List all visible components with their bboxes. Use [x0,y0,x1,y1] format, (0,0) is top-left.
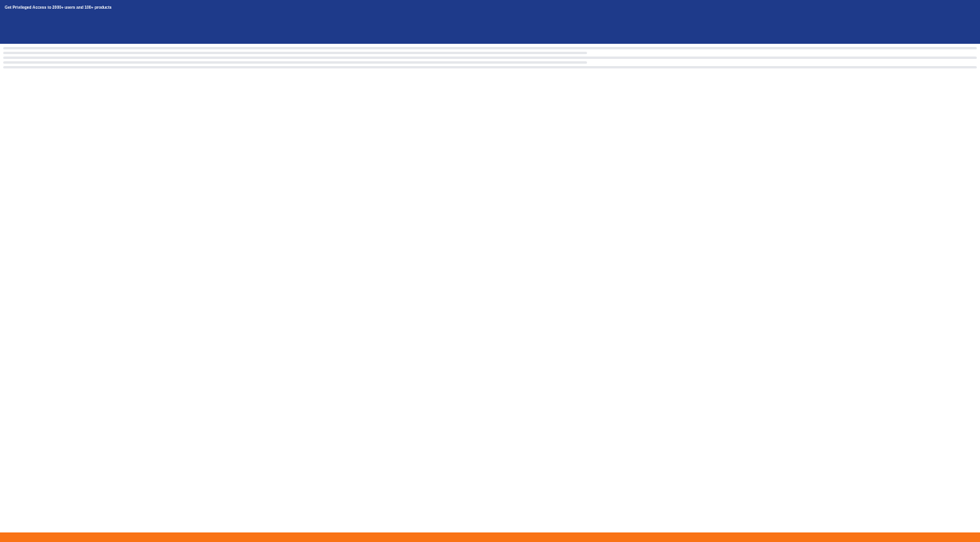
thumb-visual: Get Privileged Access to 2000+ users and… [19,180,130,315]
thumb-body [19,180,130,315]
template-thumbnail: Get Privileged Access to 2000+ users and… [19,180,130,315]
main-content: Template: Livewire One Step Last Edited:… [0,137,980,528]
template-content: Get Privileged Access to 2000+ users and… [19,180,961,315]
